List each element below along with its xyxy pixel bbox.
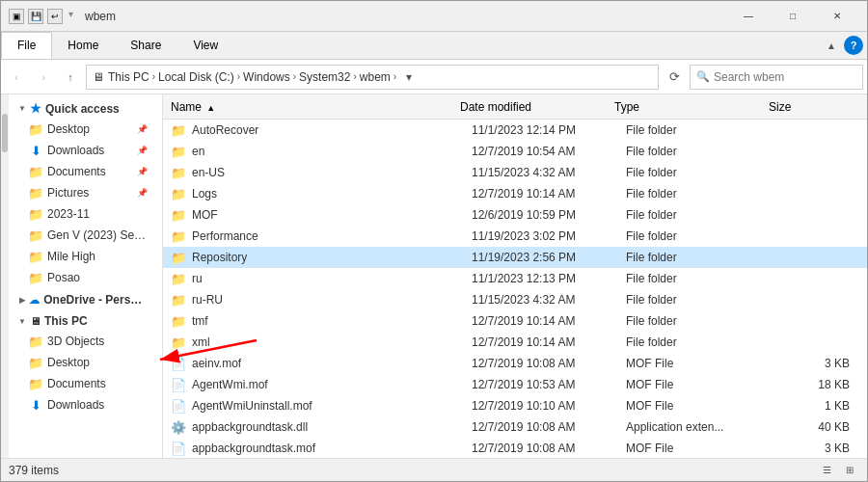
- table-row[interactable]: ⚙️ appbackgroundtask.dll 12/7/2019 10:08…: [163, 416, 867, 438]
- breadcrumb-dropdown[interactable]: ▾: [399, 70, 419, 84]
- sidebar-item-desktop-pc[interactable]: 📁 Desktop: [9, 352, 155, 373]
- table-row[interactable]: 📁 xml 12/7/2019 10:14 AM File folder: [163, 332, 867, 353]
- table-row[interactable]: 📁 AutoRecover 11/1/2023 12:14 PM File fo…: [163, 120, 867, 141]
- sidebar-item-2023-11[interactable]: 📁 2023-11: [9, 203, 155, 225]
- table-row[interactable]: 📁 en-US 11/15/2023 4:32 AM File folder: [163, 162, 867, 183]
- sidebar-item-desktop[interactable]: 📁 Desktop 📌: [9, 119, 155, 140]
- sidebar-item-label: Desktop: [47, 122, 90, 136]
- sidebar-item-label: Downloads: [47, 398, 104, 412]
- file-type: File folder: [626, 166, 780, 179]
- details-view-button[interactable]: ☰: [817, 461, 836, 480]
- table-row[interactable]: 📁 ru 11/1/2023 12:13 PM File folder: [163, 268, 867, 289]
- file-icon: 📄: [171, 398, 186, 414]
- back-button[interactable]: ‹: [5, 66, 28, 89]
- pin-icon: 📌: [137, 167, 148, 176]
- col-header-size[interactable]: Size: [769, 100, 846, 114]
- table-row[interactable]: 📄 aeinv.mof 12/7/2019 10:08 AM MOF File …: [163, 353, 867, 374]
- col-header-type[interactable]: Type: [614, 100, 769, 114]
- table-row[interactable]: 📁 Performance 11/19/2023 3:02 PM File fo…: [163, 226, 867, 247]
- col-header-name[interactable]: Name ▲: [171, 100, 460, 114]
- this-pc-label: This PC: [44, 314, 88, 328]
- sidebar-item-3d-objects[interactable]: 📁 3D Objects: [9, 331, 155, 352]
- pin-icon: 📌: [137, 146, 148, 155]
- forward-button[interactable]: ›: [32, 66, 55, 89]
- breadcrumb-system32[interactable]: System32: [299, 70, 350, 84]
- file-icon: ⚙️: [171, 419, 186, 435]
- file-name: appbackgroundtask.dll: [192, 420, 472, 434]
- breadcrumb-local-disk[interactable]: Local Disk (C:): [158, 70, 234, 84]
- sidebar-item-documents-pc[interactable]: 📁 Documents: [9, 373, 155, 394]
- table-row[interactable]: 📁 Repository 11/19/2023 2:56 PM File fol…: [163, 247, 867, 268]
- up-button[interactable]: ↑: [59, 66, 82, 89]
- window-controls: — □ ✕: [726, 1, 859, 32]
- quick-access-toolbar-save[interactable]: 💾: [28, 9, 43, 24]
- file-name: Logs: [192, 187, 472, 201]
- file-size: 3 KB: [780, 357, 857, 370]
- sidebar-section-onedrive: ▶ ☁ OneDrive - Person...: [9, 290, 155, 309]
- table-row[interactable]: 📁 Logs 12/7/2019 10:14 AM File folder: [163, 183, 867, 204]
- tab-view[interactable]: View: [177, 32, 234, 59]
- ribbon-collapse-btn[interactable]: ▲: [827, 40, 836, 51]
- file-name: en-US: [192, 166, 472, 179]
- sidebar-quick-access-header[interactable]: ▼ ★ Quick access: [9, 98, 155, 119]
- sidebar-item-downloads[interactable]: ⬇ Downloads 📌: [9, 140, 155, 161]
- sidebar-section-this-pc: ▼ 🖥 This PC 📁 3D Objects 📁 Desktop 📁: [9, 311, 155, 415]
- maximize-button[interactable]: □: [771, 1, 815, 32]
- file-date: 11/19/2023 3:02 PM: [472, 229, 626, 243]
- tab-file[interactable]: File: [1, 32, 52, 59]
- item-count: 379 items: [9, 464, 59, 477]
- refresh-button[interactable]: ⟳: [663, 66, 686, 89]
- table-row[interactable]: 📁 ru-RU 11/15/2023 4:32 AM File folder: [163, 289, 867, 310]
- folder-icon: 📁: [28, 121, 43, 137]
- folder-icon: 📁: [28, 228, 43, 243]
- sidebar-item-posao[interactable]: 📁 Posao: [9, 267, 155, 288]
- sidebar-item-mile-high[interactable]: 📁 Mile High: [9, 246, 155, 267]
- table-row[interactable]: 📁 MOF 12/6/2019 10:59 PM File folder: [163, 204, 867, 226]
- file-type: MOF File: [626, 399, 780, 413]
- status-bar: 379 items ☰ ⊞: [1, 458, 867, 481]
- table-row[interactable]: 📄 appbackgroundtask.mof 12/7/2019 10:08 …: [163, 438, 867, 458]
- col-header-date[interactable]: Date modified: [460, 100, 614, 114]
- sidebar-item-pictures[interactable]: 📁 Pictures 📌: [9, 182, 155, 203]
- file-date: 12/7/2019 10:08 AM: [472, 420, 626, 434]
- help-button[interactable]: ?: [844, 36, 863, 55]
- table-row[interactable]: 📄 AgentWmiUninstall.mof 12/7/2019 10:10 …: [163, 395, 867, 416]
- minimize-button[interactable]: —: [726, 1, 771, 32]
- close-button[interactable]: ✕: [815, 1, 859, 32]
- file-icon: 📁: [171, 144, 186, 159]
- breadcrumb-this-pc[interactable]: This PC: [108, 70, 149, 84]
- breadcrumb[interactable]: 🖥 This PC › Local Disk (C:) › Windows › …: [86, 65, 659, 90]
- file-type: File folder: [626, 293, 780, 307]
- table-row[interactable]: 📄 AgentWmi.mof 12/7/2019 10:53 AM MOF Fi…: [163, 374, 867, 395]
- sidebar-scroll-track[interactable]: [1, 94, 9, 458]
- sidebar-onedrive-header[interactable]: ▶ ☁ OneDrive - Person...: [9, 290, 155, 309]
- file-date: 12/7/2019 10:14 AM: [472, 335, 626, 349]
- tab-home[interactable]: Home: [52, 32, 115, 59]
- address-bar: ‹ › ↑ 🖥 This PC › Local Disk (C:) › Wind…: [1, 60, 867, 94]
- large-icons-view-button[interactable]: ⊞: [840, 461, 859, 480]
- breadcrumb-windows[interactable]: Windows: [243, 70, 290, 84]
- sidebar-item-gen-v[interactable]: 📁 Gen V (2023) Sea...: [9, 225, 155, 246]
- sidebar-scroll-thumb[interactable]: [2, 114, 8, 152]
- sidebar-section-quick-access: ▼ ★ Quick access 📁 Desktop 📌 ⬇ Downloads…: [9, 98, 155, 288]
- table-row[interactable]: 📁 tmf 12/7/2019 10:14 AM File folder: [163, 310, 867, 332]
- sidebar-this-pc-header[interactable]: ▼ 🖥 This PC: [9, 311, 155, 331]
- file-list: 📁 AutoRecover 11/1/2023 12:14 PM File fo…: [163, 120, 867, 458]
- search-input[interactable]: [714, 70, 856, 84]
- downloads-icon: ⬇: [28, 143, 43, 158]
- sidebar-item-label: Documents: [47, 165, 106, 178]
- tab-share[interactable]: Share: [115, 32, 177, 59]
- sidebar-item-documents[interactable]: 📁 Documents 📌: [9, 161, 155, 182]
- breadcrumb-wbem[interactable]: wbem: [360, 70, 391, 84]
- sidebar-item-label: Downloads: [47, 144, 104, 157]
- file-icon: 📁: [171, 186, 186, 201]
- file-date: 11/19/2023 2:56 PM: [472, 251, 626, 264]
- file-icon: 📁: [171, 313, 186, 329]
- this-pc-toggle: ▼: [16, 315, 28, 327]
- quick-access-toolbar-undo[interactable]: ↩: [47, 9, 63, 24]
- view-controls: ☰ ⊞: [817, 461, 859, 480]
- file-size: 40 KB: [780, 420, 857, 434]
- sidebar-item-downloads-pc[interactable]: ⬇ Downloads: [9, 394, 155, 415]
- table-row[interactable]: 📁 en 12/7/2019 10:54 AM File folder: [163, 141, 867, 162]
- folder-icon: 📁: [28, 355, 43, 370]
